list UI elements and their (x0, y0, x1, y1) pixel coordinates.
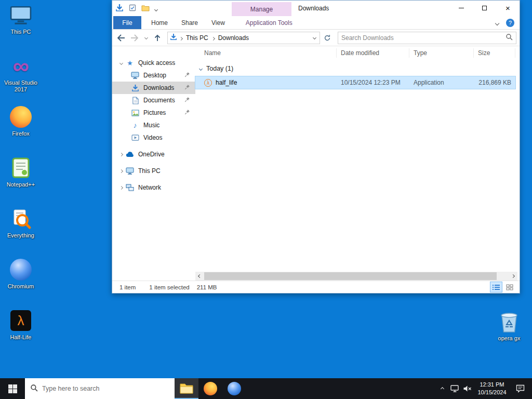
expand-ribbon-chevron-icon[interactable] (496, 19, 499, 26)
desktop-icon-firefox[interactable]: Firefox (1, 105, 41, 151)
taskbar-chromium-button[interactable] (222, 378, 246, 399)
taskbar-search-box[interactable] (25, 378, 175, 399)
sidebar-item-documents[interactable]: Documents (112, 94, 195, 107)
action-center-icon (516, 384, 525, 393)
expander-chevron-icon[interactable] (117, 170, 125, 172)
window-controls: × (449, 1, 520, 16)
large-icons-view-button[interactable] (504, 282, 515, 292)
up-button[interactable] (151, 31, 164, 45)
network-icon[interactable] (448, 378, 461, 399)
sidebar-item-desktop[interactable]: Desktop (112, 69, 195, 82)
desktop-icon-chromium[interactable]: Chromium (1, 258, 41, 303)
expander-chevron-icon[interactable] (117, 62, 125, 64)
taskbar: 12:31 PM 10/15/2024 (0, 378, 532, 399)
address-dropdown-chevron-icon[interactable] (312, 36, 317, 39)
details-view-button[interactable] (490, 282, 502, 292)
refresh-icon[interactable] (321, 32, 334, 44)
start-button[interactable] (0, 378, 25, 399)
desktop-icon-opera-gx[interactable]: opera gx (489, 310, 529, 355)
explorer-search-box[interactable] (338, 32, 516, 44)
tab-application-tools[interactable]: Application Tools (239, 16, 299, 29)
chromium-icon (228, 382, 241, 395)
network-icon (125, 184, 135, 191)
tray-show-hidden-icons-chevron-icon[interactable] (436, 378, 448, 399)
firefox-icon (204, 382, 217, 395)
desktop-icon-everything[interactable]: Everything (1, 207, 41, 252)
sidebar-item-network[interactable]: Network (112, 181, 195, 194)
scrollbar-track[interactable] (204, 272, 509, 281)
sidebar-item-this-pc[interactable]: This PC (112, 165, 195, 177)
item-count: 1 item (119, 284, 136, 290)
manage-contextual-tab[interactable]: Manage (232, 2, 291, 16)
breadcrumb-downloads[interactable]: Downloads (217, 34, 250, 42)
column-header-type[interactable]: Type (409, 48, 474, 58)
navigation-pane: ★ Quick access Desktop Downloads (112, 46, 195, 281)
desktop-icon-notepadpp[interactable]: Notepad++ (1, 156, 41, 202)
minimize-button[interactable] (449, 1, 473, 16)
downloads-folder-icon (130, 84, 140, 92)
scroll-left-arrow-icon[interactable] (195, 272, 204, 281)
tab-share[interactable]: Share (175, 16, 205, 29)
tab-home[interactable]: Home (144, 16, 175, 29)
forward-button[interactable] (128, 31, 141, 45)
group-collapse-chevron-icon[interactable] (199, 66, 203, 70)
maximize-button[interactable] (473, 1, 496, 16)
column-header-size[interactable]: Size (474, 48, 515, 58)
back-button[interactable] (114, 31, 128, 45)
column-header-date-modified[interactable]: Date modified (337, 48, 409, 58)
title-bar[interactable]: Manage Downloads × (112, 1, 520, 16)
this-pc-monitor-icon (125, 167, 135, 175)
status-bar: 1 item 1 item selected 211 MB (112, 281, 520, 293)
qat-properties-icon[interactable] (129, 4, 136, 13)
system-tray: 12:31 PM 10/15/2024 (436, 378, 532, 399)
documents-icon (130, 97, 140, 104)
sidebar-item-videos[interactable]: Videos (112, 131, 195, 144)
ribbon-tab-row: File Home Share View Application Tools ? (112, 16, 520, 30)
windows-logo-icon (8, 384, 17, 393)
sidebar-item-pictures[interactable]: Pictures (112, 107, 195, 119)
sidebar-item-onedrive[interactable]: OneDrive (112, 148, 195, 161)
group-header-today[interactable]: Today (1) (195, 63, 520, 74)
explorer-search-input[interactable] (341, 34, 506, 42)
qat-new-folder-icon[interactable] (141, 5, 150, 13)
desktop: This PC ∞ Visual Studio 2017 Firefox Not… (0, 0, 532, 399)
horizontal-scrollbar[interactable] (195, 272, 517, 281)
half-life-file-icon: λ (204, 79, 212, 87)
action-center-button[interactable] (511, 378, 529, 399)
scroll-right-arrow-icon[interactable] (509, 272, 517, 281)
column-header-name[interactable]: Name (195, 48, 337, 58)
tab-file[interactable]: File (113, 16, 141, 29)
close-button[interactable]: × (496, 1, 520, 16)
expander-chevron-icon[interactable] (117, 187, 125, 189)
sidebar-item-downloads[interactable]: Downloads (112, 82, 195, 94)
desktop-icon-column: This PC ∞ Visual Studio 2017 Firefox Not… (1, 3, 41, 354)
file-row-half-life[interactable]: λ half_life 10/15/2024 12:23 PM Applicat… (195, 76, 515, 89)
volume-muted-icon[interactable] (461, 378, 473, 399)
sidebar-item-quick-access[interactable]: ★ Quick access (112, 57, 195, 69)
selection-count: 1 item selected (149, 284, 189, 290)
taskbar-clock[interactable]: 12:31 PM 10/15/2024 (473, 381, 511, 396)
search-icon (30, 384, 38, 393)
help-icon[interactable]: ? (506, 19, 514, 27)
this-pc-icon (9, 3, 33, 27)
address-bar[interactable]: This PC Downloads (167, 32, 320, 44)
sidebar-item-music[interactable]: ♪ Music (112, 119, 195, 131)
everything-icon (9, 207, 33, 231)
file-type: Application (409, 79, 474, 86)
expander-chevron-icon[interactable] (117, 153, 125, 156)
file-size: 216,869 KB (474, 79, 515, 86)
taskbar-firefox-button[interactable] (198, 378, 222, 399)
desktop-icon-visual-studio[interactable]: ∞ Visual Studio 2017 (1, 54, 41, 100)
tab-view[interactable]: View (205, 16, 232, 29)
taskbar-file-explorer-button[interactable] (175, 378, 198, 399)
recent-locations-chevron-icon[interactable] (141, 31, 151, 45)
search-icon[interactable] (506, 33, 513, 42)
window-title: Downloads (298, 5, 329, 12)
taskbar-search-input[interactable] (42, 385, 169, 392)
desktop-icon-half-life[interactable]: λ Half-Life (1, 309, 41, 354)
pin-icon (184, 84, 190, 91)
desktop-icon-this-pc[interactable]: This PC (1, 3, 41, 49)
qat-customize-chevron-icon[interactable] (155, 5, 157, 12)
breadcrumb-this-pc[interactable]: This PC (185, 34, 209, 42)
scrollbar-thumb[interactable] (204, 272, 497, 280)
